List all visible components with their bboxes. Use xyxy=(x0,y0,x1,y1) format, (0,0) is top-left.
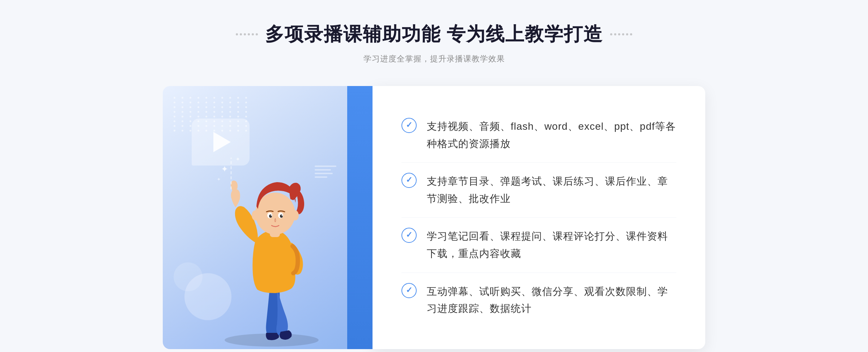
left-illustration-panel: ✦ ✦ ✦ xyxy=(163,86,373,349)
check-icon-3: ✓ xyxy=(401,228,417,243)
check-icon-4: ✓ xyxy=(401,283,417,298)
main-title: 多项录播课辅助功能 专为线上教学打造 xyxy=(265,22,603,47)
right-title-dots xyxy=(610,33,632,35)
feature-text-3: 学习笔记回看、课程提问、课程评论打分、课件资料下载，重点内容收藏 xyxy=(427,228,676,262)
svg-text:✦: ✦ xyxy=(221,164,228,174)
header-section: 多项录播课辅助功能 专为线上教学打造 学习进度全掌握，提升录播课教学效果 xyxy=(0,22,868,64)
svg-point-9 xyxy=(252,210,259,220)
feature-item-1: ✓ 支持视频、音频、flash、word、excel、ppt、pdf等各种格式的… xyxy=(401,108,676,163)
feature-item-3: ✓ 学习笔记回看、课程提问、课程评论打分、课件资料下载，重点内容收藏 xyxy=(401,218,676,272)
character-illustration: ✦ ✦ ✦ xyxy=(199,139,351,349)
feature-text-2: 支持章节目录、弹题考试、课后练习、课后作业、章节测验、批改作业 xyxy=(427,173,676,207)
check-icon-2: ✓ xyxy=(401,173,417,188)
svg-point-8 xyxy=(282,215,283,216)
right-features-panel: ✓ 支持视频、音频、flash、word、excel、ppt、pdf等各种格式的… xyxy=(373,86,705,349)
feature-item-2: ✓ 支持章节目录、弹题考试、课后练习、课后作业、章节测验、批改作业 xyxy=(401,163,676,218)
circle-deco-small xyxy=(174,262,203,291)
subtitle: 学习进度全掌握，提升录播课教学效果 xyxy=(363,53,505,64)
feature-text-1: 支持视频、音频、flash、word、excel、ppt、pdf等各种格式的资源… xyxy=(427,118,676,152)
feature-text-4: 互动弹幕、试听购买、微信分享、观看次数限制、学习进度跟踪、数据统计 xyxy=(427,283,676,317)
check-icon-1: ✓ xyxy=(401,118,417,133)
svg-point-7 xyxy=(271,215,272,216)
main-content: ✦ ✦ ✦ ✓ 支持视频、音频、flash、word、excel、ppt、pdf… xyxy=(163,86,705,349)
svg-point-10 xyxy=(292,210,299,220)
left-title-dots xyxy=(236,33,258,35)
svg-text:✦: ✦ xyxy=(217,176,221,182)
svg-text:✦: ✦ xyxy=(235,156,240,162)
feature-item-4: ✓ 互动弹幕、试听购买、微信分享、观看次数限制、学习进度跟踪、数据统计 xyxy=(401,273,676,327)
title-row: 多项录播课辅助功能 专为线上教学打造 xyxy=(236,22,632,47)
page-wrapper: 多项录播课辅助功能 专为线上教学打造 学习进度全掌握，提升录播课教学效果 (fu… xyxy=(0,0,868,352)
